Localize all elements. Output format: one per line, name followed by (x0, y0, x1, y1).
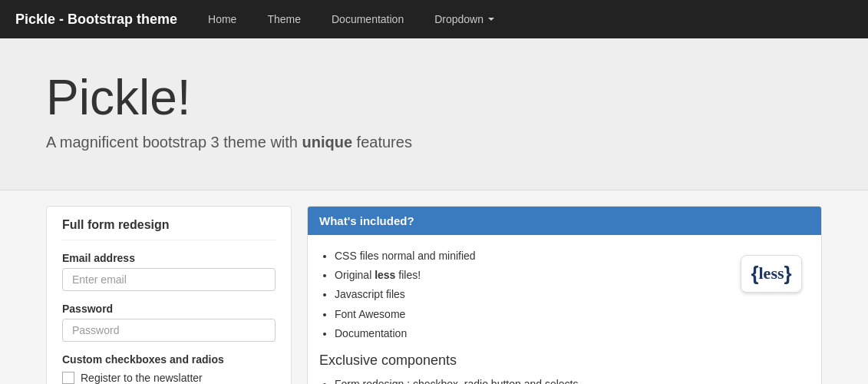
checkbox-row-1: Register to the newslatter (62, 372, 276, 384)
whats-included-content: CSS files normal and minified Original l… (319, 247, 725, 384)
hero-subtitle-end: features (352, 134, 412, 151)
right-panel: What's included? CSS files normal and mi… (307, 206, 822, 384)
checkbox-1-label[interactable]: Register to the newslatter (81, 372, 203, 384)
whats-included-header: What's included? (308, 207, 821, 235)
list-item: Form redesign : checkbox, radio button a… (335, 375, 725, 384)
less-logo-inner: { less } (741, 255, 801, 293)
less-logo-brace-open: { (751, 262, 758, 286)
password-input[interactable] (62, 319, 276, 342)
hero-title: Pickle! (46, 69, 822, 126)
form-panel: Full form redesign Email address Passwor… (46, 206, 292, 384)
password-form-group: Password (62, 303, 276, 342)
list-item-text: Javascript files (335, 288, 405, 300)
exclusive-item-1: Form redesign : checkbox, radio button a… (335, 378, 579, 384)
dropdown-label: Dropdown (434, 13, 484, 25)
less-bold: less (375, 269, 395, 281)
list-item-text: Documentation (335, 327, 407, 339)
exclusive-components-title: Exclusive components (319, 353, 725, 369)
hero-subtitle: A magnificent bootstrap 3 theme with uni… (46, 134, 822, 151)
email-form-group: Email address (62, 252, 276, 291)
email-label: Email address (62, 252, 276, 264)
list-item: Javascript files (335, 285, 725, 304)
checkbox-1[interactable] (62, 372, 74, 384)
form-panel-title: Full form redesign (62, 218, 276, 240)
whats-included-body: CSS files normal and minified Original l… (308, 235, 821, 384)
list-item: CSS files normal and minified (335, 247, 725, 266)
exclusive-list: Form redesign : checkbox, radio button a… (319, 375, 725, 384)
hero-section: Pickle! A magnificent bootstrap 3 theme … (0, 38, 868, 190)
dropdown-caret-icon (488, 18, 494, 21)
main-content: Full form redesign Email address Passwor… (0, 190, 868, 384)
nav-link-documentation[interactable]: Documentation (324, 2, 411, 37)
less-logo-brace-close: } (784, 262, 792, 286)
list-item: Original less files! (335, 266, 725, 285)
list-item-text: Font Awesome (335, 308, 405, 320)
nav-link-home[interactable]: Home (200, 2, 244, 37)
navbar-brand[interactable]: Pickle - Bootstrap theme (15, 12, 177, 28)
hero-subtitle-text: A magnificent bootstrap 3 theme with (46, 134, 302, 151)
nav-link-theme[interactable]: Theme (259, 2, 309, 37)
list-item-text: CSS files normal and minified (335, 250, 476, 262)
list-item: Font Awesome (335, 305, 725, 324)
whats-included-panel: What's included? CSS files normal and mi… (307, 206, 822, 384)
list-item: Documentation (335, 324, 725, 343)
password-label: Password (62, 303, 276, 315)
included-list: CSS files normal and minified Original l… (319, 247, 725, 343)
less-logo-text: less (759, 263, 784, 283)
navbar: Pickle - Bootstrap theme Home Theme Docu… (0, 0, 868, 38)
email-input[interactable] (62, 268, 276, 291)
hero-subtitle-bold: unique (302, 134, 353, 151)
less-logo: { less } (733, 250, 810, 296)
nav-link-dropdown[interactable]: Dropdown (427, 2, 502, 37)
checkboxes-section-title: Custom checkboxes and radios (62, 353, 276, 366)
